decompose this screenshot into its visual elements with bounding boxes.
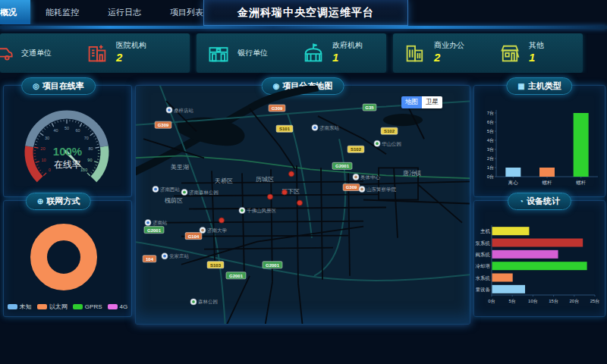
map-poi-marker[interactable]: 华山公园 [374,140,401,146]
project-marker[interactable] [297,200,303,206]
panel-network-header: ⊕联网方式 [26,193,91,210]
map-poi-marker[interactable]: 山东警察学院 [359,186,396,193]
bar [539,168,555,177]
project-distribution-map[interactable]: G309G309G35S101S102S102G2001G309G2001G10… [136,86,470,324]
legend-label: 未知 [20,303,32,311]
district-label: 美里湖 [171,164,189,171]
government-icon [302,42,325,64]
svg-text:G35: G35 [365,105,374,110]
panel-device-stats-header: ◔设备统计 [508,193,571,210]
legend-item[interactable]: GPRS [73,303,102,311]
legend-swatch [73,304,83,309]
nav-tab-overview[interactable]: 概况 [0,0,30,24]
district-label: 天桥区 [215,177,233,184]
page-title: 金洲科瑞中央空调运维平台 [237,6,374,20]
gauge-label-text: 在线率 [4,158,131,171]
y-axis-category: 泵系统 [475,240,491,246]
network-donut-chart [5,218,129,295]
bar [492,239,583,247]
bar [505,168,521,177]
host-type-bar-chart: 0台1台2台3台4台5台6台7台离心螺杆螺杆 [475,102,602,193]
platform-title-plate: 金洲科瑞中央空调运维平台 [203,0,408,26]
project-marker[interactable] [282,190,288,195]
svg-text:G309: G309 [272,106,283,111]
map-poi-marker[interactable]: 济南东站 [312,124,339,131]
stat-label: 商业办公 [434,41,464,51]
map-poi-marker[interactable]: 桑梓店站 [166,107,193,114]
stat-item-transport: 交通单位 [0,42,75,64]
legend-swatch [8,304,17,309]
panel-online-rate-header: ◎项目在线率 [21,77,96,95]
map-poi-marker[interactable]: 济南站 [145,220,168,227]
poi-label: 山东警察学院 [366,187,396,193]
y-axis-tick: 2台 [487,156,494,162]
x-axis-tick: 0台 [488,299,495,304]
y-axis-tick: 0台 [487,174,494,180]
stats-icon: ◔ [519,197,524,206]
map-mode-button[interactable]: 地图 [401,96,422,108]
map-poi-marker[interactable]: 济南森林公园 [181,189,219,196]
svg-text:S102: S102 [351,147,362,152]
svg-text:G2001: G2001 [229,274,244,278]
poi-label: 济南森林公园 [189,190,219,196]
gauge-zone [30,115,105,146]
legend-item[interactable]: 以太网 [37,303,68,311]
network-icon: ⊕ [37,197,43,206]
road-shield: G2001 [263,262,282,268]
road-shield: G35 [363,104,376,111]
svg-text:G2001: G2001 [147,228,162,233]
poi-label: 华山公园 [382,141,401,146]
poi-label: 济南大学 [207,228,227,234]
svg-text:G2001: G2001 [266,263,280,268]
map-poi-marker[interactable]: 党家庄站 [162,253,189,260]
map-poi-marker[interactable]: 济南大学 [200,228,227,234]
poi-label: 千佛山风景区 [247,208,276,213]
svg-text:G309: G309 [158,123,169,127]
link-icon: ◎ [33,82,39,90]
x-axis-category: 离心 [508,180,519,185]
stat-value: 2 [116,51,146,65]
bank-icon [207,42,230,64]
legend-label: 4G [120,303,128,310]
nav-tab-energy[interactable]: 能耗监控 [32,0,93,24]
donut-slice[interactable] [39,232,89,282]
panel-project-map: ◉项目分布地图 [135,85,470,325]
legend-label: GPRS [85,303,102,310]
stat-value: 1 [529,51,544,65]
road-shield: S102 [381,127,398,134]
legend-item[interactable]: 4G [108,303,128,311]
poi-label: 奥体中心 [360,174,380,180]
gauge-value-text: 100% [4,145,131,158]
legend-label: 以太网 [49,303,68,311]
x-axis-tick: 10台 [528,299,538,304]
satellite-mode-button[interactable]: 卫星 [422,96,442,108]
nav-tab-log[interactable]: 运行日志 [94,0,155,24]
svg-text:S102: S102 [384,129,395,133]
map-poi-marker[interactable]: 森林公园 [190,299,218,305]
road-shield: G309 [343,184,360,190]
stat-label: 医院机构 [116,41,146,51]
project-marker[interactable] [268,194,273,199]
map-poi-marker[interactable]: 济南西站 [153,186,180,193]
district-label: 唐冶镇 [403,170,421,177]
y-axis-tick: 6台 [487,120,494,125]
stat-value: 2 [434,51,464,65]
road-shield: S103 [207,262,224,268]
x-axis-tick: 25台 [590,299,600,304]
map-poi-marker[interactable]: 奥体中心 [353,174,380,180]
legend-swatch [37,304,47,309]
panel-title: 主机类型 [528,81,561,90]
legend-item[interactable]: 未知 [8,303,32,311]
bar [492,274,513,282]
panel-host-type-header: ▦主机类型 [506,77,572,95]
network-legend: 未知以太网GPRS4G [4,303,131,311]
bar [492,227,530,235]
road-shield: G309 [155,121,171,128]
poi-label: 济南西站 [160,187,180,193]
stat-item-government: 政府机构 1 [291,41,386,64]
project-marker[interactable] [289,171,294,177]
y-axis-tick: 1台 [487,165,494,171]
panel-device-stats: ◔设备统计 0台5台10台15台20台25台主机泵系统阀系统冷却塔水系统量设备 [473,200,605,317]
project-marker[interactable] [219,218,225,223]
svg-text:G2001: G2001 [335,164,350,168]
